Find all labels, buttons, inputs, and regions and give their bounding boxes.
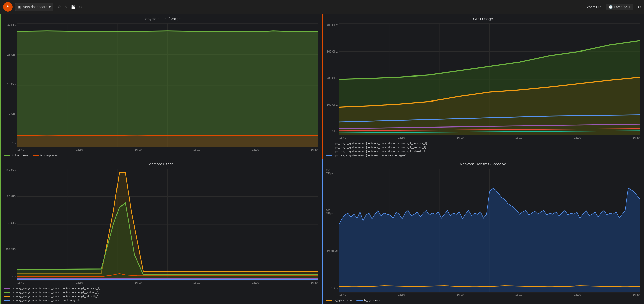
refresh-button[interactable]: ↻ — [638, 5, 641, 9]
legend-label-limit: fs_limit.mean — [12, 154, 28, 157]
network-y-axis: 150 MBps 100 MBps 50 MBps 0 Bps — [326, 169, 339, 290]
legend-line-influxdb — [326, 151, 332, 151]
share-icon[interactable]: ⎋ — [65, 5, 67, 9]
topbar-actions: ☆ ⎋ 💾 ⚙ — [57, 5, 83, 9]
cpu-svg — [339, 23, 640, 135]
network-panel: Network Transmit / Receive 150 MBps 100 … — [322, 159, 644, 304]
network-panel-title: Network Transmit / Receive — [326, 162, 640, 167]
legend-label-cadvisor: cpu_usage_system.mean {container_name: d… — [334, 142, 427, 145]
legend-line-rancher — [4, 300, 10, 301]
memory-legend-rancher: memory_usage.mean {container_name: ranch… — [4, 299, 318, 302]
cpu-panel: CPU Usage 400 GHz 300 GHz 200 GHz 100 GH… — [322, 14, 644, 159]
legend-label-rx: rx_bytes.mean — [334, 299, 352, 302]
filesystem-y-axis: 37 GiB 28 GiB 19 GiB 9 GiB 0 B — [4, 23, 17, 145]
cpu-panel-title: CPU Usage — [326, 17, 640, 22]
grafana-logo[interactable] — [3, 2, 13, 12]
cpu-chart-inner — [339, 23, 640, 135]
dashboard-title: New dashboard — [23, 5, 47, 9]
network-legend-rx: rx_bytes.mean — [326, 299, 352, 302]
legend-line-rancher — [326, 155, 332, 156]
memory-legend-cadvisor: memory_usage.mean {container_name: docke… — [4, 287, 318, 290]
clock-icon: 🕐 — [609, 5, 613, 9]
dashboard-selector[interactable]: ⊞ New dashboard ▾ — [15, 3, 53, 11]
topbar-right: Zoom Out 🕐 Last 1 hour ↻ — [587, 4, 641, 10]
network-svg — [339, 169, 640, 292]
cpu-legend-cadvisor: cpu_usage_system.mean {container_name: d… — [326, 142, 640, 145]
dashboard-grid: Filesystem Limit/Usage 37 GiB 28 GiB 19 … — [0, 14, 644, 304]
topbar: ⊞ New dashboard ▾ ☆ ⎋ 💾 ⚙ Zoom Out 🕐 Las… — [0, 0, 644, 14]
memory-x-axis: 15:40 15:50 16:00 16:10 16:20 16:30 — [17, 280, 318, 285]
legend-line-limit — [4, 155, 10, 156]
legend-line-cadvisor — [326, 143, 332, 143]
memory-legend: memory_usage.mean {container_name: docke… — [4, 285, 318, 302]
legend-line-grafana — [326, 147, 332, 147]
memory-panel: Memory Usage 3.7 GiB 2.8 GiB 1.9 GiB 954… — [0, 159, 322, 304]
filesystem-legend-usage: fs_usage.mean — [33, 154, 59, 157]
panel-accent — [0, 14, 1, 159]
filesystem-legend-limit: fs_limit.mean — [4, 154, 28, 157]
legend-label-grafana: memory_usage.mean {container_name: docke… — [12, 291, 99, 294]
time-range-picker[interactable]: 🕐 Last 1 hour — [606, 4, 633, 10]
legend-label-influxdb: cpu_usage_system.mean {container_name: d… — [334, 150, 426, 153]
legend-label-influxdb: memory_usage.mean {container_name: docke… — [12, 295, 100, 298]
filesystem-panel: Filesystem Limit/Usage 37 GiB 28 GiB 19 … — [0, 14, 322, 159]
star-icon[interactable]: ☆ — [57, 5, 61, 9]
legend-label-rancher: cpu_usage_system.mean {container_name: r… — [334, 154, 406, 157]
legend-line-grafana — [4, 292, 10, 293]
network-legend: rx_bytes.mean tx_bytes.mean — [326, 297, 640, 302]
legend-line-cadvisor — [4, 288, 10, 289]
filesystem-svg — [17, 23, 318, 147]
cpu-x-axis: 15:40 15:50 16:00 16:10 16:20 16:30 — [339, 135, 640, 140]
legend-label-grafana: cpu_usage_system.mean {container_name: d… — [334, 146, 426, 149]
legend-label-rancher: memory_usage.mean {container_name: ranch… — [12, 299, 80, 302]
memory-legend-influxdb: memory_usage.mean {container_name: docke… — [4, 295, 318, 298]
panel-accent — [0, 159, 1, 304]
memory-panel-title: Memory Usage — [4, 162, 318, 167]
memory-legend-grafana: memory_usage.mean {container_name: docke… — [4, 291, 318, 294]
legend-line-influxdb — [4, 296, 10, 297]
legend-line-usage — [33, 155, 39, 156]
svg-marker-47 — [339, 188, 640, 292]
legend-label-usage: fs_usage.mean — [40, 154, 59, 157]
filesystem-x-axis: 15:40 15:50 16:00 16:10 16:20 16:30 — [17, 147, 318, 152]
cpu-legend-grafana: cpu_usage_system.mean {container_name: d… — [326, 146, 640, 149]
cpu-legend-rancher: cpu_usage_system.mean {container_name: r… — [326, 154, 640, 157]
panel-accent — [322, 14, 323, 159]
filesystem-chart-area: 37 GiB 28 GiB 19 GiB 9 GiB 0 B — [4, 23, 318, 152]
network-legend-tx: tx_bytes.mean — [356, 299, 382, 302]
cpu-legend: cpu_usage_system.mean {container_name: d… — [326, 140, 640, 157]
filesystem-panel-title: Filesystem Limit/Usage — [4, 17, 318, 22]
zoom-out-button[interactable]: Zoom Out — [587, 5, 601, 9]
network-chart-area: 150 MBps 100 MBps 50 MBps 0 Bps — [326, 169, 640, 297]
legend-label-cadvisor: memory_usage.mean {container_name: docke… — [12, 287, 100, 290]
dropdown-icon: ▾ — [49, 5, 51, 9]
filesystem-chart-inner — [17, 23, 318, 147]
memory-chart-area: 3.7 GiB 2.8 GiB 1.9 GiB 954 MiB 0 B — [4, 169, 318, 285]
svg-marker-12 — [17, 136, 318, 147]
legend-line-rx — [326, 300, 332, 301]
panel-accent — [322, 159, 323, 304]
time-range-label: Last 1 hour — [614, 5, 630, 9]
settings-icon[interactable]: ⚙ — [79, 5, 83, 9]
save-icon[interactable]: 💾 — [71, 5, 76, 9]
memory-chart-inner — [17, 169, 318, 280]
grid-icon: ⊞ — [18, 5, 21, 9]
cpu-legend-influxdb: cpu_usage_system.mean {container_name: d… — [326, 150, 640, 153]
legend-label-tx: tx_bytes.mean — [364, 299, 382, 302]
filesystem-legend: fs_limit.mean fs_usage.mean — [4, 152, 318, 157]
cpu-chart-area: 400 GHz 300 GHz 200 GHz 100 GHz 0 Hz — [326, 23, 640, 140]
memory-svg — [17, 169, 318, 280]
cpu-y-axis: 400 GHz 300 GHz 200 GHz 100 GHz 0 Hz — [326, 23, 339, 133]
svg-marker-11 — [17, 31, 318, 147]
network-chart-inner — [339, 169, 640, 292]
network-x-axis: 15:40 15:50 16:00 16:10 16:20 16:30 — [339, 292, 640, 297]
memory-y-axis: 3.7 GiB 2.8 GiB 1.9 GiB 954 MiB 0 B — [4, 169, 17, 278]
legend-line-tx — [356, 300, 363, 301]
